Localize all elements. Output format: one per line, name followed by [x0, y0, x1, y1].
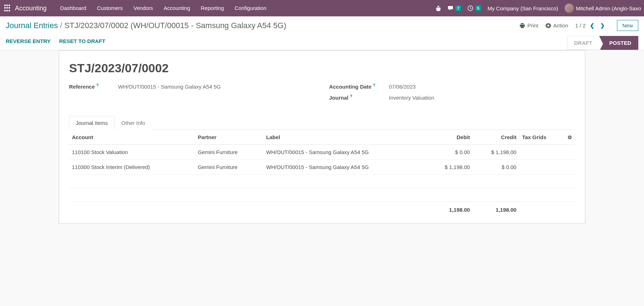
pager-value[interactable]: 1 / 2: [575, 22, 586, 28]
table-row[interactable]: 110100 Stock Valuation Gemini Furniture …: [69, 145, 575, 160]
debug-icon[interactable]: [436, 5, 441, 11]
help-icon[interactable]: ?: [96, 83, 99, 87]
pager: 1 / 2 ❮ ❯: [575, 22, 606, 29]
total-debit: 1,198.00: [426, 202, 473, 217]
cell-partner: Gemini Furniture: [195, 145, 263, 160]
print-button[interactable]: Print: [519, 22, 538, 28]
tab-other-info[interactable]: Other Info: [115, 116, 152, 130]
messages-badge: 7: [455, 5, 461, 11]
cell-label: WH/OUT/00015 - Samsung Galaxy A54 5G: [263, 160, 426, 175]
action-button[interactable]: Action: [545, 22, 568, 28]
user-menu[interactable]: Mitchell Admin (Anglo-Saxo: [565, 4, 641, 13]
journal-items-table: Account Partner Label Debit Credit Tax G…: [69, 130, 575, 216]
activities-icon[interactable]: 5: [468, 5, 481, 11]
cell-partner: Gemini Furniture: [195, 160, 263, 175]
cell-debit: $ 0.00: [426, 145, 473, 160]
avatar: [565, 4, 574, 13]
company-name: My Company (San Francisco): [487, 5, 558, 11]
activities-badge: 5: [475, 5, 481, 11]
col-credit[interactable]: Credit: [473, 130, 519, 145]
cell-account: 110300 Stock Interim (Delivered): [69, 160, 195, 175]
col-debit[interactable]: Debit: [426, 130, 473, 145]
nav-customers[interactable]: Customers: [92, 0, 128, 16]
status-draft[interactable]: DRAFT: [567, 36, 599, 50]
control-panel: Journal Entries / STJ/2023/07/0002 (WH/O…: [0, 16, 644, 50]
cell-tax: [519, 145, 564, 160]
reference-value: WH/OUT/00015 - Samsung Galaxy A54 5G: [118, 84, 221, 90]
statusbar: DRAFT POSTED: [567, 36, 638, 50]
table-row-empty: [69, 188, 575, 202]
help-icon[interactable]: ?: [350, 94, 352, 98]
form-container: STJ/2023/07/0002 Reference ? WH/OUT/0001…: [0, 50, 644, 238]
cell-debit: $ 1,198.00: [426, 160, 473, 175]
messages-icon[interactable]: 7: [448, 5, 461, 11]
navbar: Accounting Dashboard Customers Vendors A…: [0, 0, 644, 16]
brand[interactable]: Accounting: [15, 5, 47, 12]
breadcrumb-sep: /: [60, 21, 62, 30]
user-name: Mitchell Admin (Anglo-Saxo: [576, 5, 641, 11]
company-switcher[interactable]: My Company (San Francisco): [487, 5, 558, 11]
columns-options-icon[interactable]: ⚙: [568, 134, 572, 140]
pager-prev[interactable]: ❮: [588, 22, 596, 29]
breadcrumb-current: STJ/2023/07/0002 (WH/OUT/00015 - Samsung…: [64, 21, 286, 30]
nav-accounting[interactable]: Accounting: [159, 0, 195, 16]
apps-icon[interactable]: [4, 5, 11, 12]
reverse-entry-button[interactable]: REVERSE ENTRY: [6, 38, 51, 44]
tab-journal-items[interactable]: Journal Items: [69, 116, 115, 130]
table-row-empty: [69, 175, 575, 188]
nav-vendors[interactable]: Vendors: [128, 0, 158, 16]
nav-configuration[interactable]: Configuration: [229, 0, 271, 16]
reference-label: Reference: [69, 84, 95, 90]
total-credit: 1,198.00: [473, 202, 519, 217]
help-icon[interactable]: ?: [373, 83, 375, 87]
nav-menu: Dashboard Customers Vendors Accounting R…: [55, 0, 271, 16]
tabs: Journal Items Other Info: [69, 116, 575, 130]
form-sheet: STJ/2023/07/0002 Reference ? WH/OUT/0001…: [59, 50, 585, 224]
status-posted[interactable]: POSTED: [599, 36, 638, 50]
action-label: Action: [553, 22, 568, 28]
journal-value: Inventory Valuation: [389, 95, 434, 101]
breadcrumb: Journal Entries / STJ/2023/07/0002 (WH/O…: [6, 21, 286, 30]
new-button[interactable]: New: [617, 20, 638, 31]
systray: 7 5 My Company (San Francisco) Mitchell …: [436, 4, 641, 13]
col-account[interactable]: Account: [69, 130, 195, 145]
table-row[interactable]: 110300 Stock Interim (Delivered) Gemini …: [69, 160, 575, 175]
date-value: 07/06/2023: [389, 84, 416, 90]
cell-account: 110100 Stock Valuation: [69, 145, 195, 160]
nav-reporting[interactable]: Reporting: [196, 0, 229, 16]
print-label: Print: [527, 22, 538, 28]
breadcrumb-parent[interactable]: Journal Entries: [6, 21, 58, 30]
gear-icon: [545, 23, 551, 28]
col-partner[interactable]: Partner: [195, 130, 263, 145]
pager-next[interactable]: ❯: [599, 22, 606, 29]
nav-dashboard[interactable]: Dashboard: [55, 0, 91, 16]
date-label: Accounting Date: [329, 84, 371, 90]
cell-tax: [519, 160, 564, 175]
cell-credit: $ 0.00: [473, 160, 519, 175]
reset-to-draft-button[interactable]: RESET TO DRAFT: [59, 38, 105, 44]
print-icon: [519, 23, 525, 28]
entry-name: STJ/2023/07/0002: [69, 61, 575, 75]
cell-label: WH/OUT/00015 - Samsung Galaxy A54 5G: [263, 145, 426, 160]
col-label[interactable]: Label: [263, 130, 426, 145]
col-tax-grids[interactable]: Tax Grids: [519, 130, 564, 145]
journal-label: Journal: [329, 95, 348, 101]
cell-credit: $ 1,198.00: [473, 145, 519, 160]
